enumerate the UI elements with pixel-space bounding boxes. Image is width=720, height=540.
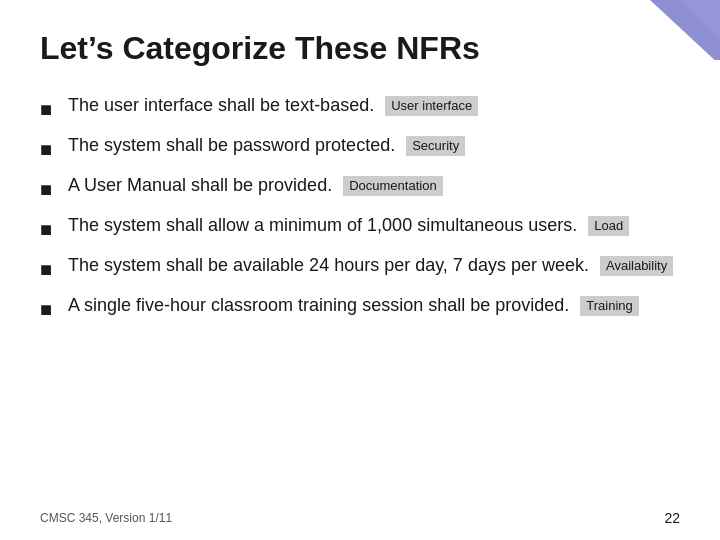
footer-left: CMSC 345, Version 1/11	[40, 511, 172, 525]
list-item: ■ The system shall allow a minimum of 1,…	[40, 213, 680, 243]
bullet-text: The system shall be password protected. …	[68, 133, 680, 158]
tag-availability: Availability	[600, 256, 673, 276]
list-item: ■ The system shall be password protected…	[40, 133, 680, 163]
tag-documentation: Documentation	[343, 176, 442, 196]
bullet-icon: ■	[40, 295, 58, 323]
tag-user-interface: User interface	[385, 96, 478, 116]
page-number: 22	[664, 510, 680, 526]
list-item: ■ The system shall be available 24 hours…	[40, 253, 680, 283]
bullet-text: The system shall be available 24 hours p…	[68, 253, 680, 278]
corner-decoration	[600, 0, 720, 60]
tag-load: Load	[588, 216, 629, 236]
tag-training: Training	[580, 296, 638, 316]
list-item: ■ The user interface shall be text-based…	[40, 93, 680, 123]
bullet-icon: ■	[40, 175, 58, 203]
bullet-text: The system shall allow a minimum of 1,00…	[68, 213, 680, 238]
bullet-icon: ■	[40, 215, 58, 243]
list-item: ■ A single five-hour classroom training …	[40, 293, 680, 323]
bullet-text: A User Manual shall be provided. Documen…	[68, 173, 680, 198]
bullet-icon: ■	[40, 135, 58, 163]
bullet-icon: ■	[40, 95, 58, 123]
bullet-text: A single five-hour classroom training se…	[68, 293, 680, 318]
bullet-list: ■ The user interface shall be text-based…	[40, 93, 680, 323]
bullet-text: The user interface shall be text-based. …	[68, 93, 680, 118]
bullet-icon: ■	[40, 255, 58, 283]
slide-title: Let’s Categorize These NFRs	[40, 30, 680, 71]
list-item: ■ A User Manual shall be provided. Docum…	[40, 173, 680, 203]
slide: Let’s Categorize These NFRs ■ The user i…	[0, 0, 720, 540]
footer: CMSC 345, Version 1/11 22	[40, 510, 680, 526]
tag-security: Security	[406, 136, 465, 156]
